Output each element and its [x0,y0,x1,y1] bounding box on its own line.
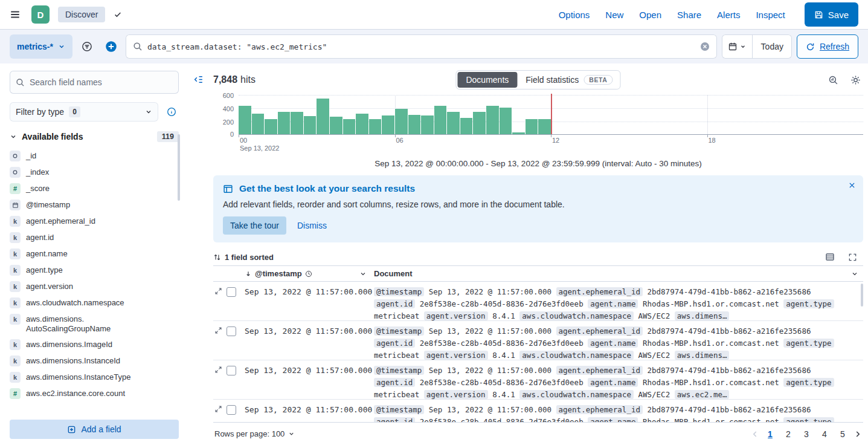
field-item[interactable]: kagent.id [10,230,179,246]
histogram-bar[interactable] [500,108,512,134]
field-item[interactable]: kagent.version [10,279,179,295]
date-quick-select[interactable]: Today [753,34,792,59]
row-checkbox[interactable] [227,405,236,415]
histogram-bar[interactable] [460,118,473,134]
add-field-button[interactable]: Add a field [10,420,179,439]
tab-documents[interactable]: Documents [457,72,517,88]
histogram-bar[interactable] [291,112,303,134]
field-item[interactable]: kagent.type [10,262,179,279]
grid-header-document[interactable]: Document [369,269,863,278]
document-table-icon [223,184,233,194]
close-callout-button[interactable] [848,181,856,189]
page-3-button[interactable]: 3 [799,426,814,442]
date-picker-button[interactable] [722,34,752,59]
query-input[interactable] [147,42,695,51]
histogram-bar[interactable] [304,116,317,134]
menu-button[interactable] [7,7,23,22]
breadcrumb-discover[interactable]: Discover [58,7,105,22]
histogram-bar[interactable] [356,114,368,134]
data-view-picker[interactable]: metrics-* [10,34,72,59]
histogram-bar[interactable] [421,115,434,134]
expand-document-button[interactable] [214,405,222,413]
chart-options-button[interactable] [826,73,841,88]
histogram-bar[interactable] [330,117,342,134]
grid-header-timestamp[interactable]: @timestamp [242,269,369,278]
grid-scrollbar[interactable] [861,284,863,307]
page-1-button[interactable]: 1 [763,426,777,442]
histogram-bar[interactable] [486,106,499,134]
page-4-button[interactable]: 4 [817,426,832,442]
filter-by-type-select[interactable]: Filter by type 0 [10,102,158,122]
expand-document-button[interactable] [214,326,222,334]
page-2-button[interactable]: 2 [781,426,796,442]
histogram-bar[interactable] [239,106,251,134]
save-button[interactable]: Save [805,2,858,27]
space-avatar[interactable]: D [31,5,50,24]
previous-page-button[interactable] [751,430,759,438]
field-item[interactable]: kaws.dimensions.InstanceType [10,369,179,386]
row-checkbox[interactable] [227,326,236,336]
collapse-sidebar-button[interactable] [191,72,206,87]
doc-rows: Sep 13, 2022 @ 11:57:00.000@timestamp Se… [213,282,863,422]
filter-menu-button[interactable] [77,34,97,59]
rows-per-page-button[interactable]: Rows per page: 100 [214,429,295,438]
histogram-bar[interactable] [252,114,265,134]
field-item[interactable]: #_score [10,181,179,197]
field-item[interactable]: kaws.dimensions.ImageId [10,337,179,353]
histogram-bar[interactable] [278,112,291,134]
histogram-bar[interactable] [434,106,447,134]
histogram-bar[interactable] [369,119,382,134]
page-5-button[interactable]: 5 [835,426,850,442]
next-page-button[interactable] [854,430,862,438]
settings-button[interactable] [848,73,863,88]
expand-document-button[interactable] [214,366,222,374]
clear-query-button[interactable] [700,42,710,51]
histogram-bar[interactable] [538,119,551,134]
add-filter-button[interactable] [101,34,121,59]
histogram-bar[interactable] [473,112,486,134]
field-item[interactable]: kaws.dimensions.InstanceId [10,353,179,369]
expand-document-button[interactable] [214,287,222,295]
field-item[interactable]: kagent.ephemeral_id [10,213,179,230]
field-item[interactable]: #aws.ec2.instance.core.count [10,386,179,402]
histogram-bar[interactable] [447,112,460,134]
histogram-bar[interactable] [265,119,277,134]
sidebar-scrollbar[interactable] [178,134,180,201]
field-item[interactable]: @timestamp [10,197,179,213]
histogram-bar[interactable] [408,115,421,135]
nav-link-options[interactable]: Options [559,10,590,20]
data-view-label: metrics-* [17,42,53,51]
field-type-keyword-icon: k [10,356,21,366]
take-the-tour-button[interactable]: Take the tour [223,216,286,235]
field-item[interactable]: kagent.name [10,246,179,262]
field-item[interactable]: kaws.cloudwatch.namespace [10,295,179,311]
row-checkbox[interactable] [227,287,236,297]
nav-link-open[interactable]: Open [639,10,661,20]
dismiss-button[interactable]: Dismiss [297,221,327,230]
field-item[interactable]: _index [10,164,179,181]
histogram-bar[interactable] [395,109,408,134]
field-item[interactable]: _id [10,148,179,164]
field-name: _index [26,167,49,177]
histogram-bar[interactable] [343,119,356,134]
nav-link-share[interactable]: Share [677,10,701,20]
tab-field-statistics[interactable]: Field statistics BETA [517,72,619,88]
fullscreen-button[interactable] [846,250,860,264]
field-filter-info-button[interactable] [164,105,179,119]
histogram-plot [239,95,863,135]
display-options-button[interactable] [823,250,837,264]
refresh-button[interactable]: Refresh [797,34,858,59]
row-checkbox[interactable] [227,366,236,375]
field-search-input[interactable] [30,77,173,87]
histogram-bar[interactable] [512,132,525,134]
nav-link-alerts[interactable]: Alerts [717,10,740,20]
histogram-bar[interactable] [526,119,538,134]
nav-link-new[interactable]: New [605,10,623,20]
histogram-bar[interactable] [382,115,394,134]
field-item[interactable]: kaws.dimensions. AutoScalingGroupName [10,311,179,337]
sorted-fields-button[interactable]: 1 field sorted [213,253,274,262]
available-fields-accordion[interactable]: Available fields 119 [10,131,179,142]
doc-field-badge: @timestamp [374,405,424,414]
nav-link-inspect[interactable]: Inspect [756,10,785,20]
histogram-bar[interactable] [317,99,329,134]
